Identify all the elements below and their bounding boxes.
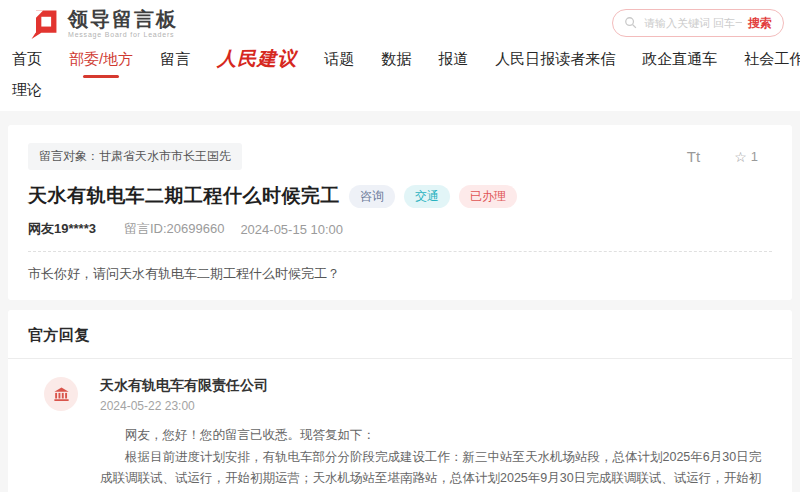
nav-item-social-work[interactable]: 社会工作	[744, 48, 800, 70]
author-name: 网友19****3	[28, 220, 96, 238]
tag-consult: 咨询	[349, 185, 395, 208]
message-datetime: 2024-05-15 10:00	[240, 222, 343, 237]
dotted-divider	[28, 251, 772, 252]
favorite-count: 1	[751, 149, 758, 164]
nav-item-reports[interactable]: 报道	[438, 48, 468, 70]
reply-paragraph: 根据目前进度计划安排，有轨电车部分分阶段完成建设工作：新三中站至天水机场站段，总…	[100, 447, 764, 492]
search-box[interactable]: 搜索	[612, 9, 784, 37]
message-title: 天水有轨电车二期工程什么时候完工	[28, 183, 340, 209]
government-building-icon	[52, 385, 71, 404]
reply-content: 网友，您好！您的留言已收悉。现答复如下： 根据目前进度计划安排，有轨电车部分分阶…	[100, 425, 764, 492]
reply-divider	[8, 358, 792, 359]
star-icon: ☆	[734, 149, 747, 165]
nav-item-ministries-regions[interactable]: 部委/地方	[69, 48, 133, 70]
font-size-icon[interactable]: Tt	[687, 148, 700, 165]
site-logo[interactable]: 领导留言板 Message Board for Leaders	[28, 7, 178, 39]
nav-row-2: 理论	[12, 79, 788, 101]
message-id: 留言ID:20699660	[124, 220, 224, 238]
nav-item-theory[interactable]: 理论	[12, 79, 42, 101]
reply-paragraph: 网友，您好！您的留言已收悉。现答复如下：	[100, 425, 764, 446]
nav-item-gov-business-line[interactable]: 政企直通车	[642, 48, 717, 70]
logo-icon	[28, 7, 60, 39]
nav-item-reader-letters[interactable]: 人民日报读者来信	[495, 48, 615, 70]
top-header: 领导留言板 Message Board for Leaders 搜索	[0, 0, 800, 46]
status-badge-handled: 已办理	[459, 185, 517, 208]
nav-item-topics[interactable]: 话题	[324, 48, 354, 70]
nav-item-messages[interactable]: 留言	[160, 48, 190, 70]
nav-item-data[interactable]: 数据	[381, 48, 411, 70]
site-title: 领导留言板	[68, 9, 178, 29]
official-reply-card: 官方回复 天水有轨电车有限责任公司 2024-05-22 23:00 网友，您好…	[8, 310, 792, 492]
nav-item-home[interactable]: 首页	[12, 48, 42, 70]
search-icon	[624, 16, 638, 30]
org-avatar	[44, 377, 78, 411]
page-content: 留言对象：甘肃省天水市市长王国先 Tt ☆ 1 天水有轨电车二期工程什么时候完工…	[0, 111, 800, 492]
nav-item-people-suggestions[interactable]: 人民建议	[217, 48, 297, 70]
favorite-button[interactable]: ☆ 1	[734, 149, 758, 165]
reply-datetime: 2024-05-22 23:00	[100, 399, 268, 413]
message-card: 留言对象：甘肃省天水市市长王国先 Tt ☆ 1 天水有轨电车二期工程什么时候完工…	[8, 125, 792, 300]
nav-row-1: 首页 部委/地方 留言 人民建议 话题 数据 报道 人民日报读者来信 政企直通车…	[12, 48, 788, 70]
official-reply-heading: 官方回复	[28, 326, 772, 345]
message-content: 市长你好，请问天水有轨电车二期工程什么时候完工？	[28, 264, 772, 284]
message-target-chip: 留言对象：甘肃省天水市市长王国先	[28, 143, 242, 170]
org-name: 天水有轨电车有限责任公司	[100, 377, 268, 395]
search-input[interactable]	[644, 17, 742, 29]
tag-traffic: 交通	[404, 185, 450, 208]
main-navigation: 首页 部委/地方 留言 人民建议 话题 数据 报道 人民日报读者来信 政企直通车…	[0, 46, 800, 111]
search-button[interactable]: 搜索	[742, 15, 772, 32]
site-subtitle: Message Board for Leaders	[68, 31, 178, 38]
